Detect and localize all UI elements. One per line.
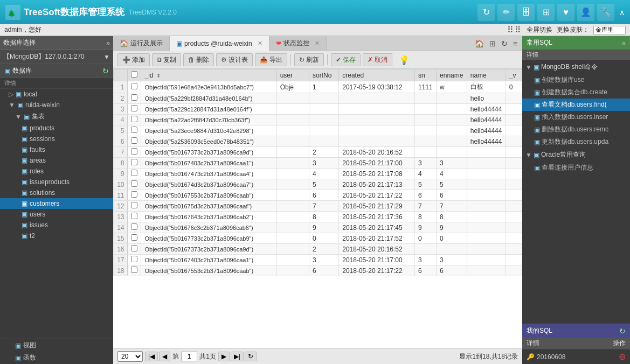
row-checkbox-cell[interactable] bbox=[128, 179, 141, 190]
row-checkbox[interactable] bbox=[131, 159, 137, 165]
sql-item-find[interactable]: ▣ 查看文档db.users.find( bbox=[522, 99, 630, 111]
row-checkbox-cell[interactable] bbox=[128, 255, 141, 265]
last-page-btn[interactable]: ▶| bbox=[231, 352, 244, 361]
row-checkbox[interactable] bbox=[131, 116, 137, 122]
row-checkbox-cell[interactable] bbox=[128, 201, 141, 212]
row-checkbox-cell[interactable] bbox=[128, 158, 141, 169]
row-checkbox[interactable] bbox=[131, 256, 137, 262]
sidebar-item-solutions[interactable]: ▣ solutions bbox=[0, 187, 113, 198]
tab-run-display[interactable]: 🏠 运行及展示 bbox=[113, 36, 170, 51]
sql-panel-collapse[interactable]: » bbox=[622, 39, 626, 47]
sidebar-item-local[interactable]: ▷ ▣ local bbox=[0, 89, 113, 100]
sidebar-item-roles[interactable]: ▣ roles bbox=[0, 166, 113, 177]
col-enname[interactable]: enname bbox=[437, 69, 467, 81]
row-checkbox[interactable] bbox=[131, 137, 137, 144]
save-button[interactable]: ✔ 保存 bbox=[331, 53, 361, 66]
row-checkbox[interactable] bbox=[131, 245, 137, 251]
table-row[interactable]: 5 ObjectId("5a23ece98847d310c42e8298") h… bbox=[114, 125, 522, 136]
row-checkbox-cell[interactable] bbox=[128, 244, 141, 255]
add-button[interactable]: ➕ 添加 bbox=[117, 53, 150, 66]
collapse-icon[interactable]: ∧ bbox=[619, 8, 625, 17]
export-button[interactable]: 📤 导出 bbox=[255, 53, 287, 66]
table-row[interactable]: 7 ObjectId("5b0167373c2b371a8096ca9d") 2… bbox=[114, 147, 522, 158]
per-page-select[interactable]: 20 50 100 bbox=[117, 351, 143, 362]
sidebar-item-areas[interactable]: ▣ areas bbox=[0, 155, 113, 166]
table-row[interactable]: 14 ObjectId("5b01676c3c2b371a8096cab6") … bbox=[114, 222, 522, 233]
refresh-button[interactable]: ↻ 刷新 bbox=[294, 53, 324, 66]
my-sql-refresh[interactable]: ↻ bbox=[619, 327, 626, 335]
db-refresh-icon[interactable]: ↻ bbox=[102, 67, 109, 75]
refresh-icon[interactable]: ↻ bbox=[477, 4, 495, 21]
bulb-button[interactable]: 💡 bbox=[394, 53, 414, 66]
sidebar-item-customers[interactable]: ▣ customers bbox=[0, 198, 113, 209]
row-checkbox[interactable] bbox=[131, 83, 137, 89]
row-checkbox-cell[interactable] bbox=[128, 104, 141, 115]
sidebar-item-views[interactable]: ▣ 视图 bbox=[0, 339, 113, 352]
row-checkbox-cell[interactable] bbox=[128, 81, 141, 93]
row-checkbox[interactable] bbox=[131, 170, 137, 176]
col-name[interactable]: name bbox=[467, 69, 506, 81]
row-checkbox[interactable] bbox=[131, 180, 137, 187]
sql-item-create-db[interactable]: ▣ 创建数据库use bbox=[522, 74, 630, 86]
row-checkbox[interactable] bbox=[131, 213, 137, 219]
row-checkbox[interactable] bbox=[131, 202, 137, 208]
col-sn[interactable]: sn bbox=[414, 69, 436, 81]
tab-status-monitor[interactable]: ❤ 状态监控 ✕ bbox=[269, 36, 327, 51]
table-row[interactable]: 8 ObjectId("5b0167403c2b371a8096caa1") 3… bbox=[114, 158, 522, 169]
delete-button[interactable]: 🗑 删除 bbox=[183, 53, 214, 66]
row-checkbox[interactable] bbox=[131, 105, 137, 111]
sql-item-remove[interactable]: ▣ 删除数据db.users.remc bbox=[522, 123, 630, 136]
row-checkbox-cell[interactable] bbox=[128, 169, 141, 179]
table-icon[interactable]: ⊞ bbox=[537, 4, 555, 21]
cancel-button[interactable]: ✗ 取消 bbox=[363, 53, 392, 66]
row-checkbox[interactable] bbox=[131, 148, 137, 155]
tab-home-nav[interactable]: 🏠 bbox=[473, 39, 486, 48]
skin-input[interactable] bbox=[593, 26, 626, 34]
col-user[interactable]: user bbox=[276, 69, 309, 81]
col-id[interactable]: _id ⬍ bbox=[141, 69, 276, 81]
col-v[interactable]: _v bbox=[506, 69, 522, 81]
table-row[interactable]: 10 ObjectId("5b01674d3c2b371a8096caa7") … bbox=[114, 179, 522, 190]
row-checkbox[interactable] bbox=[131, 267, 137, 273]
tab-grid-nav[interactable]: ⊞ bbox=[488, 39, 497, 48]
table-row[interactable]: 1 ObjectId("591e68a42e3e9413b8d5abc7") O… bbox=[114, 81, 522, 93]
tab-more-nav[interactable]: ≡ bbox=[511, 39, 519, 48]
sidebar-item-issues[interactable]: ▣ issues bbox=[0, 220, 113, 230]
heart-icon[interactable]: ♥ bbox=[557, 4, 574, 21]
table-row[interactable]: 17 ObjectId("5b0167403c2b371a8096caa1") … bbox=[114, 255, 522, 265]
refresh-page-btn[interactable]: ↻ bbox=[245, 352, 257, 361]
db-selector-collapse[interactable]: » bbox=[106, 39, 110, 47]
row-checkbox-cell[interactable] bbox=[128, 222, 141, 233]
sidebar-item-t2[interactable]: ▣ t2 bbox=[0, 230, 113, 241]
delete-my-sql-btn[interactable]: ⊖ bbox=[619, 352, 626, 362]
table-row[interactable]: 11 ObjectId("5b0167553c2b371a8096caab") … bbox=[114, 190, 522, 201]
table-scroll[interactable]: _id ⬍ user sortNo created sn enname name… bbox=[113, 69, 522, 348]
design-button[interactable]: ⚙ 设计表 bbox=[216, 53, 253, 66]
sql-item-oracle-users[interactable]: ▣ 查看连接用户信息 bbox=[522, 162, 630, 174]
my-sql-item-name[interactable]: 🔑 20160608 bbox=[527, 353, 565, 361]
tab-close-products[interactable]: ✕ bbox=[258, 40, 262, 47]
row-checkbox-cell[interactable] bbox=[128, 233, 141, 244]
select-all-checkbox[interactable] bbox=[131, 71, 137, 78]
table-row[interactable]: 13 ObjectId("5b0167643c2b371a8096cab2") … bbox=[114, 212, 522, 222]
tab-products[interactable]: ▣ products @ruida-weixin ✕ bbox=[170, 36, 269, 51]
table-row[interactable]: 12 ObjectId("5b01675d3c2b371a8096caaf") … bbox=[114, 201, 522, 212]
row-checkbox[interactable] bbox=[131, 223, 137, 230]
row-checkbox-cell[interactable] bbox=[128, 136, 141, 147]
sql-group-oracle[interactable]: ▼ ▣ Oracle常用查询 bbox=[522, 148, 630, 162]
row-checkbox-cell[interactable] bbox=[128, 115, 141, 125]
col-created[interactable]: created bbox=[339, 69, 415, 81]
fullscreen-btn[interactable]: 全屏切换 bbox=[527, 25, 552, 34]
table-row[interactable]: 4 ObjectId("5a22ad2f8847d30c70cb363f") h… bbox=[114, 115, 522, 125]
row-checkbox-cell[interactable] bbox=[128, 190, 141, 201]
tab-refresh-nav[interactable]: ↻ bbox=[500, 39, 509, 48]
row-checkbox-cell[interactable] bbox=[128, 265, 141, 276]
page-input[interactable] bbox=[181, 352, 197, 361]
edit-icon[interactable]: ✏ bbox=[497, 4, 515, 21]
table-row[interactable]: 9 ObjectId("5b0167473c2b371a8096caa4") 4… bbox=[114, 169, 522, 179]
row-checkbox-cell[interactable] bbox=[128, 147, 141, 158]
table-row[interactable]: 15 ObjectId("5b0167733c2b371a8096cab9") … bbox=[114, 233, 522, 244]
settings-icon[interactable]: 🔧 bbox=[597, 4, 614, 21]
db-connection-arrow[interactable]: ▼ bbox=[103, 53, 110, 61]
next-page-btn[interactable]: ▶ bbox=[218, 352, 230, 361]
